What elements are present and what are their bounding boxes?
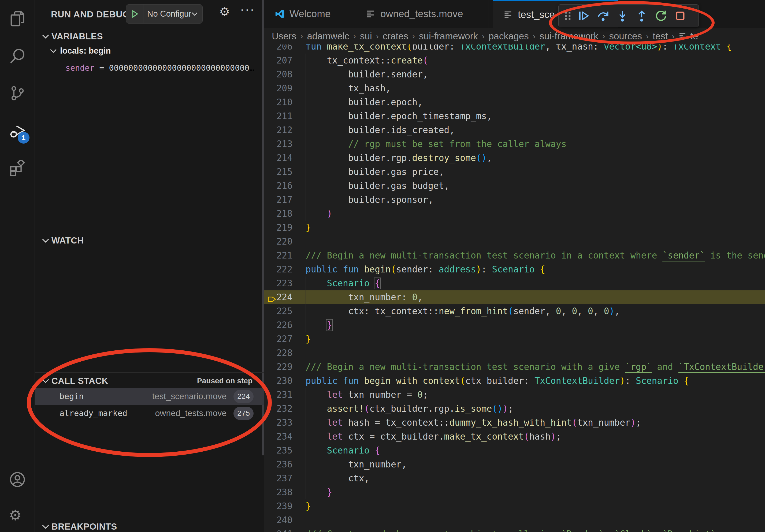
- call-stack-frame[interactable]: begin test_scenario.move 224: [35, 388, 264, 405]
- call-stack-frame[interactable]: already_marked owned_tests.move 275: [35, 405, 264, 421]
- explorer-icon[interactable]: [9, 10, 26, 27]
- more-actions-icon[interactable]: ···: [240, 3, 255, 16]
- code-line[interactable]: 228: [264, 346, 765, 360]
- gear-icon[interactable]: ⚙: [219, 5, 230, 19]
- breadcrumb-item[interactable]: Users: [272, 31, 296, 42]
- drag-handle-icon[interactable]: [561, 6, 574, 25]
- watch-section-header[interactable]: WATCH: [35, 234, 264, 247]
- code-line[interactable]: 216 builder.gas_budget,: [264, 179, 765, 193]
- code-line[interactable]: 231 let txn_number = 0;: [264, 388, 765, 402]
- start-debug-icon[interactable]: [126, 5, 143, 23]
- variables-section-header[interactable]: VARIABLES: [35, 30, 264, 43]
- code-line[interactable]: 210 builder.epoch,: [264, 95, 765, 109]
- source-control-icon[interactable]: [9, 85, 26, 102]
- line-number[interactable]: 222: [264, 263, 293, 276]
- line-number[interactable]: 240: [264, 513, 293, 527]
- code-line[interactable]: 239}: [264, 499, 765, 513]
- line-number[interactable]: 223: [264, 276, 293, 290]
- line-number[interactable]: 228: [264, 346, 293, 360]
- settings-gear-icon[interactable]: ⚙: [9, 507, 26, 524]
- code-line[interactable]: 208 builder.sender,: [264, 68, 765, 82]
- code-line[interactable]: 207 tx_context::create(: [264, 54, 765, 68]
- line-number[interactable]: 236: [264, 457, 293, 471]
- breadcrumb-item[interactable]: te: [678, 31, 698, 42]
- section-divider[interactable]: [35, 372, 264, 373]
- line-number[interactable]: 219: [264, 221, 293, 235]
- code-line[interactable]: 213 // rgp must be set from the caller a…: [264, 137, 765, 151]
- code-line[interactable]: 229/// Begin a new multi-transaction tes…: [264, 360, 765, 374]
- line-number[interactable]: 210: [264, 95, 293, 109]
- code-line[interactable]: 212 builder.ids_created,: [264, 123, 765, 137]
- continue-icon[interactable]: [574, 6, 593, 25]
- stop-icon[interactable]: [671, 6, 690, 25]
- line-number[interactable]: 231: [264, 388, 293, 402]
- code-line[interactable]: 226 }: [264, 318, 765, 332]
- line-number[interactable]: 218: [264, 207, 293, 221]
- code-line[interactable]: 217 builder.sponsor,: [264, 193, 765, 207]
- code-line[interactable]: 233 let hash = tx_context::dummy_tx_hash…: [264, 416, 765, 430]
- code-line[interactable]: 220: [264, 235, 765, 249]
- variables-scope-row[interactable]: locals: begin: [49, 46, 111, 56]
- breadcrumb-item[interactable]: sources: [609, 31, 642, 42]
- breadcrumb-item[interactable]: test: [653, 31, 668, 42]
- code-line[interactable]: 240: [264, 513, 765, 527]
- code-line[interactable]: 224 txn_number: 0,: [264, 290, 765, 304]
- breadcrumb-item[interactable]: crates: [383, 31, 408, 42]
- line-number[interactable]: 241: [264, 527, 293, 532]
- code-line[interactable]: 238 }: [264, 485, 765, 499]
- breakpoints-section-header[interactable]: BREAKPOINTS: [35, 520, 264, 532]
- code-line[interactable]: 230public fun begin_with_context(ctx_bui…: [264, 374, 765, 388]
- tab-owned-tests[interactable]: owned_tests.move: [355, 0, 488, 28]
- step-over-icon[interactable]: [593, 6, 613, 25]
- line-number[interactable]: 208: [264, 68, 293, 82]
- line-number[interactable]: 212: [264, 123, 293, 137]
- code-line[interactable]: 241/// Creates and shares system objects…: [264, 527, 765, 532]
- breadcrumb-item[interactable]: sui: [360, 31, 372, 42]
- breadcrumb-item[interactable]: sui-framework: [539, 31, 598, 42]
- step-out-icon[interactable]: [632, 6, 651, 25]
- step-into-icon[interactable]: [613, 6, 632, 25]
- code-editor[interactable]: 206fun make_tx_context(builder: TxContex…: [264, 45, 765, 532]
- line-number[interactable]: 227: [264, 332, 293, 346]
- line-number[interactable]: 207: [264, 54, 293, 68]
- code-line[interactable]: 236 txn_number,: [264, 457, 765, 471]
- line-number[interactable]: 226: [264, 318, 293, 332]
- search-icon[interactable]: [9, 48, 26, 65]
- line-number[interactable]: 206: [264, 45, 293, 54]
- line-number[interactable]: 230: [264, 374, 293, 388]
- line-number[interactable]: 211: [264, 109, 293, 123]
- code-line[interactable]: 211 builder.epoch_timestamp_ms,: [264, 109, 765, 123]
- line-number[interactable]: 221: [264, 249, 293, 263]
- section-divider[interactable]: [35, 517, 264, 517]
- line-number[interactable]: 220: [264, 235, 293, 249]
- debug-config-button[interactable]: No Configura: [126, 4, 203, 24]
- code-line[interactable]: 222public fun begin(sender: address): Sc…: [264, 263, 765, 276]
- call-stack-section-header[interactable]: CALL STACK Paused on step: [35, 374, 264, 388]
- breadcrumb-item[interactable]: sui-framework: [419, 31, 478, 42]
- tab-welcome[interactable]: Welcome: [264, 0, 355, 28]
- code-line[interactable]: 234 let ctx = ctx_builder.make_tx_contex…: [264, 430, 765, 443]
- extensions-icon[interactable]: [9, 160, 26, 177]
- line-number[interactable]: 215: [264, 165, 293, 179]
- line-number[interactable]: 238: [264, 485, 293, 499]
- line-number[interactable]: 216: [264, 179, 293, 193]
- code-line[interactable]: 218 ): [264, 207, 765, 221]
- code-line[interactable]: 215 builder.gas_price,: [264, 165, 765, 179]
- line-number[interactable]: 234: [264, 430, 293, 443]
- line-number[interactable]: 232: [264, 402, 293, 416]
- line-number[interactable]: 214: [264, 151, 293, 165]
- code-line[interactable]: 237 ctx,: [264, 471, 765, 485]
- code-line[interactable]: 235 Scenario {: [264, 443, 765, 457]
- line-number[interactable]: 209: [264, 82, 293, 95]
- line-number[interactable]: 217: [264, 193, 293, 207]
- line-number[interactable]: 213: [264, 137, 293, 151]
- variable-row-sender[interactable]: sender = 0000000000000000000000000000000…: [65, 63, 259, 73]
- code-line[interactable]: 206fun make_tx_context(builder: TxContex…: [264, 45, 765, 54]
- code-line[interactable]: 214 builder.rgp.destroy_some(),: [264, 151, 765, 165]
- code-line[interactable]: 209 tx_hash,: [264, 82, 765, 95]
- code-line[interactable]: 219}: [264, 221, 765, 235]
- breadcrumb-item[interactable]: packages: [489, 31, 529, 42]
- line-number[interactable]: 233: [264, 416, 293, 430]
- accounts-icon[interactable]: [9, 471, 26, 488]
- line-number[interactable]: 225: [264, 304, 293, 318]
